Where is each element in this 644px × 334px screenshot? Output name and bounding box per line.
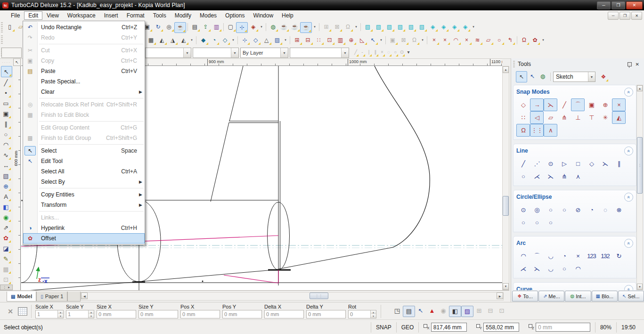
arc-1-2-3[interactable]: 123 <box>585 250 598 262</box>
toolbar-button[interactable] <box>264 22 268 32</box>
flyout-arrow[interactable]: ▾ <box>230 35 236 45</box>
snap-intersection[interactable]: × <box>612 98 626 111</box>
hatch-button[interactable]: ▦ <box>146 35 156 45</box>
menubar-workspace[interactable]: Workspace <box>63 11 100 20</box>
snap-nearest-on-graphic[interactable]: ⋋ <box>544 98 557 111</box>
pen-style-combo[interactable]: ▼ <box>145 48 191 58</box>
mdi-restore-button[interactable]: ❐ <box>620 12 630 20</box>
panel-tab-blocks[interactable]: ▦ Blo... <box>592 291 618 301</box>
shade-mode-button[interactable]: ◔ <box>209 35 220 45</box>
line-bisector[interactable]: ⋏ <box>571 170 585 183</box>
menu-select[interactable]: ↖ Select Space ▶ <box>23 146 145 156</box>
circle-trim-button[interactable]: ○ <box>494 35 505 45</box>
menubar-file[interactable]: File <box>7 11 24 20</box>
toolbar-button[interactable] <box>318 22 321 32</box>
menubar-tools[interactable]: Tools <box>149 11 171 20</box>
pin-icon[interactable] <box>628 62 632 66</box>
zoom-level[interactable]: 80% <box>600 324 611 331</box>
x-coordinate-field[interactable]: 817,46 mm <box>431 323 467 332</box>
point-style-2-button[interactable]: ○ <box>392 47 399 57</box>
array-fit-button[interactable]: ▥ <box>335 35 346 45</box>
parallel-style-button[interactable]: ∥ <box>372 47 379 57</box>
dash-style-button[interactable]: ‐ <box>359 47 366 57</box>
array-path-button[interactable]: ⊡ <box>324 35 335 45</box>
line-tangent-two-arcs[interactable]: ⋋ <box>544 170 557 183</box>
paste-format-button[interactable]: ⊠ <box>398 35 409 45</box>
menu-undo-rectangle[interactable]: ↶ Undo Rectangle Ctrl+Z ▶ <box>23 22 145 33</box>
line-rectangle[interactable]: □ <box>571 157 585 170</box>
camera-button[interactable]: ◎ <box>163 22 174 32</box>
group-button[interactable]: ⊞ <box>321 22 332 32</box>
grid-b-button[interactable]: ⊟ <box>485 306 496 316</box>
flyout-arrow[interactable]: ▾ <box>378 35 384 45</box>
box-3d-button[interactable]: ▧ <box>362 22 373 32</box>
chamfer-array-button[interactable]: ◺ <box>357 35 367 45</box>
torus-3d-button[interactable]: ▧ <box>406 22 416 32</box>
point-style-1-button[interactable]: ◌ <box>385 47 392 57</box>
toolbar-footer[interactable]: ⋮▸ <box>0 285 13 290</box>
menu-copy-entities[interactable]: Copy Entities ▶ <box>23 189 145 200</box>
web-render-button[interactable]: ◍ <box>268 22 278 32</box>
menubar-help[interactable]: Help <box>277 11 298 20</box>
circle-double-point[interactable]: ○ <box>544 204 557 216</box>
circle-tangent-to-line[interactable]: ⊘ <box>571 204 585 216</box>
corner-trim-button[interactable]: × <box>461 35 472 45</box>
close-button[interactable]: ✕ <box>626 1 643 9</box>
canvas-vertical-scrollbar[interactable]: ▲ ▼ <box>502 66 509 290</box>
new-sheet-tab[interactable] <box>67 292 81 301</box>
ellipse-rotated[interactable]: ○ <box>530 216 544 229</box>
close-palette-icon[interactable]: ✕ <box>636 62 639 67</box>
solid-shade-button[interactable]: ◆ <box>198 35 209 45</box>
grid-a-button[interactable]: ⊞ <box>473 306 485 316</box>
tab-paper-1[interactable]: ▯ Paper 1 <box>36 292 67 301</box>
flyout-arrow[interactable]: ▾ <box>312 22 318 32</box>
orbit-view-button[interactable]: ↻ <box>153 22 163 32</box>
snap-magnetic-point[interactable]: Ω <box>516 124 530 137</box>
pen-width-combo[interactable]: ▼ <box>193 48 239 58</box>
line-tangent-from-arc[interactable]: ⋌ <box>530 170 544 183</box>
menu-offset[interactable]: ✿ Offset ▶ <box>23 233 145 244</box>
toolbar-grip[interactable]: ···· <box>0 58 13 66</box>
axes-toggle-button[interactable]: ⊹ <box>236 22 248 33</box>
zoom-extents-tool[interactable]: ◉ <box>1 212 11 222</box>
box-3d-tool[interactable]: ▧ <box>1 171 11 181</box>
toolbar-button[interactable] <box>236 35 239 45</box>
line-polygon[interactable]: ▷ <box>557 157 571 170</box>
z-coordinate-field[interactable]: 0 mm <box>536 323 590 332</box>
menu-links[interactable]: Links... ▶ <box>23 212 145 223</box>
spinner[interactable]: ▲▼ <box>370 310 376 318</box>
copy-sheet-button[interactable]: ▤ <box>189 22 200 32</box>
snap-grid[interactable]: ∷ <box>516 111 530 124</box>
arc-1-3-2[interactable]: 132 <box>598 250 612 262</box>
select-tool[interactable]: ↖ <box>1 66 12 77</box>
menu-finish-to-edit-group[interactable]: ▩ Finish to Edit Group Ctrl+Shift+G ▶ <box>23 133 145 143</box>
hatch-toggle-button[interactable]: ▨ <box>461 306 473 317</box>
menubar-insert[interactable]: Insert <box>100 11 122 20</box>
profile-button[interactable]: Ω <box>342 22 353 32</box>
offset-tool[interactable]: ✿ <box>1 233 11 243</box>
sphere-3d-button[interactable]: ▧ <box>373 22 384 32</box>
cancel-icon[interactable]: ✕ <box>6 308 15 315</box>
menu-edit-group-content[interactable]: Edit Group Content Ctrl+G ▶ <box>23 122 145 133</box>
new-doc-button[interactable]: ▢ <box>225 22 236 32</box>
keep-aspect-button[interactable]: ▤ <box>403 306 415 317</box>
menu-relocate-block-ref-point[interactable]: ◎ Relocate Block Ref Point Ctrl+Shift+R … <box>23 99 145 110</box>
toolbar-button[interactable] <box>515 35 519 45</box>
array-polar-button[interactable]: ⊕ <box>346 35 357 45</box>
palette-scrollbar[interactable]: ▲ ⋮ ▼ <box>636 85 643 290</box>
snap-perpendicular[interactable]: ⋔ <box>557 111 571 124</box>
panel-tab-tools[interactable]: ❖ To... <box>512 291 538 301</box>
bend-button[interactable]: ↰ <box>505 35 515 45</box>
selection-frame-tool[interactable]: ⊡ <box>1 274 11 285</box>
collapse-chevron-icon[interactable]: « <box>624 193 633 202</box>
point-style-3-button[interactable]: ⊙ <box>399 47 405 57</box>
flyout-arrow[interactable]: ▾ <box>471 22 476 32</box>
move-tool[interactable]: ⊕ <box>1 181 11 191</box>
render-wireframe-button[interactable]: ☕ <box>278 22 289 32</box>
calculator-grid-icon[interactable] <box>18 307 27 316</box>
circle-three-point[interactable]: ○ <box>557 204 571 216</box>
arc-rotated[interactable]: ↻ <box>612 250 626 262</box>
snap-face-3d[interactable]: ▣ <box>585 98 598 111</box>
collapse-chevron-icon[interactable]: « <box>624 147 633 155</box>
ellipse-tool[interactable]: ○ <box>1 129 11 139</box>
